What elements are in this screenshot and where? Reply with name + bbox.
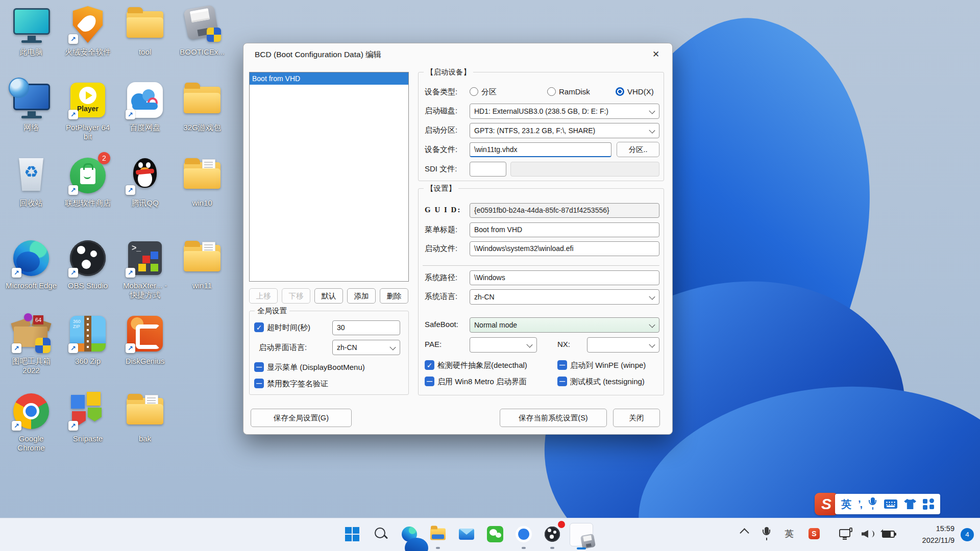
folder-with-doc-icon [125,391,165,432]
shortcut-arrow-icon [12,268,21,278]
virtual-keyboard-icon[interactable] [884,499,897,509]
desktop-icon-snipaste[interactable]: Snipaste [61,391,114,443]
folder-icon [125,4,165,45]
desktop-icon-win11-folder[interactable]: win11 [176,238,229,290]
list-button-row: 上移 下移 默认 添加 删除 [249,288,408,304]
desktop-icon-bak-folder[interactable]: bak [118,391,172,443]
taskbar-bootice-icon-active[interactable] [570,523,593,546]
system-path-input[interactable]: \Windows [470,270,659,285]
shortcut-arrow-icon [68,268,78,278]
taskbar-wechat-icon[interactable] [484,523,506,545]
taskbar-chrome-icon[interactable] [512,523,535,545]
testsigning-checkbox[interactable] [557,377,567,386]
toolbox-icon: 64 [11,313,52,354]
tray-battery-icon[interactable] [882,527,897,541]
desktop-icon-potplayer[interactable]: Player PotPlayer 64 bit [61,80,114,141]
move-down-button[interactable]: 下移 [282,288,310,304]
skin-icon[interactable] [904,499,916,509]
ime-mode-toggle[interactable]: 英 [841,497,851,511]
menu-title-input[interactable]: Boot from VHD [470,222,659,237]
diskgenius-icon [125,313,165,354]
huorong-shield-icon [67,4,108,45]
start-button[interactable] [341,523,363,545]
add-button[interactable]: 添加 [347,288,376,304]
taskbar-obs-icon[interactable] [541,523,564,545]
winpe-checkbox[interactable] [557,360,567,370]
desktop-icon-baidu-pan[interactable]: 百度网盘 [118,80,172,132]
save-global-settings-button[interactable]: 保存全局设置(G) [251,409,352,427]
desktop-icon-tool-folder[interactable]: tool [118,4,172,57]
desktop-icon-mobaxterm[interactable]: >_ MobaXter... - 快捷方式 [118,238,172,299]
timeout-input[interactable]: 30 [332,320,400,335]
move-up-button[interactable]: 上移 [249,288,278,304]
voice-input-icon[interactable] [868,497,877,511]
notification-count-badge[interactable]: 4 [961,528,974,541]
search-button[interactable] [370,523,392,545]
taskbar-clock[interactable]: 15:59 2022/11/9 [922,523,954,546]
save-current-system-button[interactable]: 保存当前系统设置(S) [500,409,607,427]
shortcut-arrow-icon [126,268,135,278]
desktop-icon-360zip[interactable]: 360 ZIP 360 Zip [61,313,114,366]
taskbar-mail-icon[interactable] [455,523,478,545]
shortcut-arrow-icon [126,110,135,119]
shortcut-arrow-icon [68,343,78,353]
pae-select[interactable] [470,337,537,353]
display-boot-menu-checkbox[interactable] [254,362,264,372]
system-language-select[interactable]: zh-CN [470,289,659,305]
desktop-icon-this-pc[interactable]: 此电脑 [5,4,58,57]
desktop-icon-obs[interactable]: OBS Studio [61,238,114,290]
shortcut-arrow-icon [12,343,21,353]
safeboot-select[interactable]: Normal mode [470,317,659,333]
sdi-file-input[interactable] [470,162,506,177]
partition-radio[interactable] [470,87,478,96]
global-settings-group: 全局设置 超时时间(秒) 30 启动界面语言: zh-CN 显示菜单 (Disp… [249,311,409,395]
ramdisk-radio[interactable] [547,87,556,96]
desktop-icon-edge[interactable]: Microsoft Edge [5,238,58,290]
desktop-icon-toolbox-2022[interactable]: 64 图吧工具箱 2022 [5,313,58,375]
desktop-icon-recycle-bin[interactable]: ♻ 回收站 [5,155,58,208]
tray-chevron-up-icon[interactable] [741,527,748,536]
chrome-icon [11,391,52,432]
toolbox-grid-icon[interactable] [923,498,934,510]
default-button[interactable]: 默认 [314,288,343,304]
desktop-icon-chrome[interactable]: Google Chrome [5,391,58,453]
boot-disk-select[interactable]: HD1: ExternalUSB3.0 (238.5 GB, D: E: F:) [470,104,659,119]
chevron-down-icon [649,321,655,328]
tray-ime-icon[interactable]: 英 [785,527,794,540]
boot-entries-listbox[interactable]: Boot from VHD [249,72,409,282]
device-file-input[interactable]: \win11tg.vhdx [470,142,611,157]
nx-select[interactable] [587,337,659,353]
disable-sig-check-checkbox[interactable] [254,379,264,388]
notification-badge: 2 [98,152,110,164]
desktop-icon-lenovo-store[interactable]: 2 联想软件商店 [61,155,114,208]
tray-microphone-icon[interactable] [762,527,772,542]
list-item-boot-from-vhd[interactable]: Boot from VHD [250,72,408,85]
desktop-icon-network[interactable]: 网络 [5,80,58,132]
vhd-radio[interactable] [616,87,624,96]
taskbar-edge-icon[interactable] [398,523,421,545]
desktop-icon-qq[interactable]: 腾讯QQ [118,155,172,208]
partition-button[interactable]: 分区.. [617,142,659,157]
detecthal-checkbox[interactable] [425,360,434,370]
timeout-checkbox[interactable] [254,322,264,332]
boot-file-input[interactable]: \Windows\system32\winload.efi [470,241,659,256]
taskbar-file-explorer-icon[interactable] [427,523,449,545]
punctuation-toggle[interactable]: ’, [858,498,862,510]
desktop-icon-huorong[interactable]: 火绒安全软件 [61,4,114,57]
delete-button[interactable]: 删除 [380,288,408,304]
desktop-icon-32g-games-folder[interactable]: 32G游戏包 [176,80,229,132]
clock-time: 15:59 [922,523,954,535]
desktop-icon-bootice[interactable]: BOOTICEx... [176,4,229,57]
tray-snipaste-icon[interactable]: S [808,527,820,539]
tray-display-icon[interactable] [839,528,852,542]
close-icon[interactable]: ✕ [648,47,664,62]
close-button[interactable]: 关闭 [613,409,660,427]
tray-volume-icon[interactable] [862,527,876,541]
boot-ui-language-select[interactable]: zh-CN [332,340,400,355]
group-label: 【设置】 [424,184,458,193]
boot-partition-select[interactable]: GPT3: (NTFS, 231.2 GB, F:\, SHARE) [470,123,659,138]
desktop-icon-diskgenius[interactable]: DiskGenius [118,313,172,366]
desktop-icon-win10-folder[interactable]: win10 [176,155,229,208]
chevron-down-icon [649,341,655,347]
metro-checkbox[interactable] [425,377,434,386]
